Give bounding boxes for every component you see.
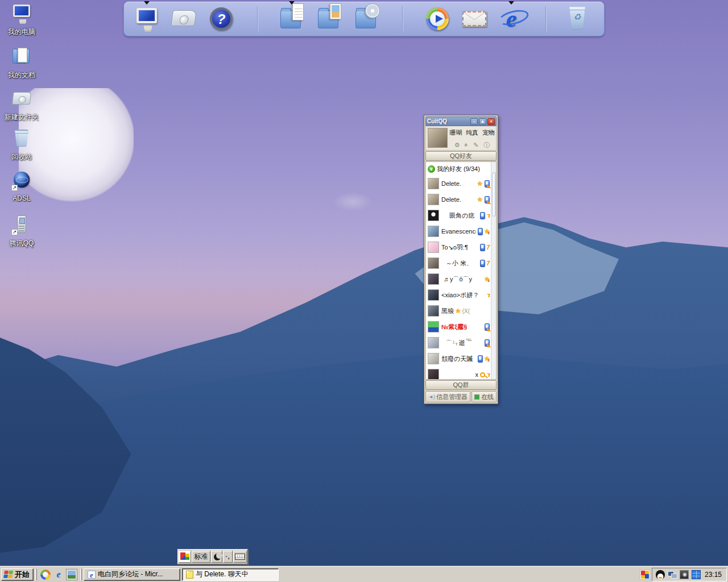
buddy-row[interactable]: №紫ξ霧§ bbox=[426, 319, 496, 335]
tab-qq-groups[interactable]: QQ群 bbox=[425, 380, 497, 390]
tray-app-icon[interactable] bbox=[640, 569, 650, 580]
tray-qq-penguin-icon[interactable] bbox=[656, 570, 665, 579]
upgrade-icon[interactable]: « bbox=[463, 143, 470, 147]
buddy-avatar bbox=[428, 305, 439, 317]
quicklaunch-show-desktop-icon[interactable] bbox=[67, 569, 77, 580]
soft-keyboard-icon[interactable] bbox=[233, 551, 247, 563]
toolbar-grip[interactable] bbox=[35, 569, 37, 580]
buddy-avatar bbox=[428, 337, 439, 348]
dock-item-my-computer[interactable] bbox=[133, 6, 161, 34]
desktop-icon-label: ADSL bbox=[1, 194, 42, 202]
my-documents-icon bbox=[11, 47, 32, 67]
buddy-group-header[interactable]: ∨ 我的好友 (9/34) bbox=[426, 162, 496, 176]
desktop-icon-tencent-qq[interactable]: ↗ 腾讯QQ bbox=[1, 215, 42, 248]
buddy-list: ∨ 我的好友 (9/34) Delete. ★ Delete. ★ 眼角の痣 ٦… bbox=[425, 161, 497, 380]
dock-item-media-device[interactable] bbox=[169, 6, 198, 34]
dock-item-recycle-bin[interactable] bbox=[563, 6, 592, 34]
pictures-folder-icon bbox=[316, 6, 342, 32]
qq-phone-icon: ↗ bbox=[11, 215, 32, 235]
menu-item-pure[interactable]: 纯真 bbox=[466, 128, 478, 137]
dock-separator bbox=[545, 6, 546, 32]
buddy-avatar bbox=[428, 289, 439, 301]
dock-item-mail[interactable] bbox=[460, 6, 489, 34]
dock-item-help[interactable]: ? bbox=[207, 6, 235, 34]
ime-mode-button[interactable]: 标准 bbox=[192, 551, 210, 563]
menu-item-coral[interactable]: 珊瑚 bbox=[449, 128, 462, 137]
tray-volume-icon[interactable] bbox=[680, 570, 689, 579]
qq-top-panel: 珊瑚 纯真 宠物 ⚙ « ✎ ⓘ bbox=[425, 126, 497, 151]
tab-qq-friends[interactable]: QQ好友 bbox=[425, 151, 497, 161]
buddy-row[interactable]: ～小 米、 7 bbox=[426, 255, 496, 271]
seven-badge-icon: 7 bbox=[486, 260, 490, 267]
settings-icon[interactable]: ⚙ bbox=[454, 142, 460, 148]
desktop-icon-label: 腾讯QQ bbox=[1, 239, 42, 248]
quicklaunch-media-player-icon[interactable] bbox=[40, 569, 51, 580]
buddy-row[interactable]: ♬y⌒ö⌒y ★ z bbox=[426, 271, 496, 287]
tray-firewall-icon[interactable] bbox=[692, 570, 701, 579]
message-manager-button[interactable]: ◄) 信息管理器 bbox=[425, 391, 470, 402]
buddy-row[interactable]: To↘o羽:¶ 7 bbox=[426, 239, 496, 255]
qq-chat-icon bbox=[186, 571, 193, 579]
mobile-3g-icon bbox=[485, 323, 490, 331]
taskbar-task-forum[interactable]: e 电白同乡论坛 - Micr... bbox=[84, 568, 180, 581]
buddy-row[interactable]: Delete. ★ bbox=[426, 192, 496, 207]
dock-item-pictures-folder[interactable] bbox=[315, 6, 344, 34]
buddy-row[interactable]: 眼角の痣 ٦ bbox=[426, 207, 496, 223]
star-badge-icon: ★ bbox=[477, 180, 483, 187]
desktop-icon-recycle-bin[interactable]: 回收站 bbox=[1, 128, 42, 162]
user-avatar[interactable] bbox=[428, 128, 448, 148]
scrollbar[interactable] bbox=[491, 162, 496, 379]
info-icon[interactable]: ⓘ bbox=[483, 142, 490, 148]
recycle-bin-icon bbox=[564, 6, 590, 32]
mobile-online-icon bbox=[478, 355, 483, 363]
group-expand-icon[interactable]: ∨ bbox=[428, 165, 435, 173]
internet-explorer-icon: e bbox=[498, 6, 524, 32]
dock-item-media-player[interactable] bbox=[423, 6, 452, 34]
mobile-online-icon bbox=[480, 212, 485, 219]
buddy-row[interactable]: Delete. ★ bbox=[426, 176, 496, 192]
desktop-icon-new-folder[interactable]: 新建文件夹 bbox=[1, 89, 42, 122]
desktop-icon-label: 新建文件夹 bbox=[1, 113, 42, 122]
toolbar-grip[interactable] bbox=[80, 569, 82, 580]
scrollbar-thumb[interactable] bbox=[492, 172, 496, 217]
mobile-online-icon bbox=[485, 180, 490, 188]
rollup-button[interactable]: ▲ bbox=[479, 118, 486, 125]
seven-badge-icon: 7 bbox=[486, 244, 490, 251]
minimize-button[interactable]: – bbox=[470, 118, 478, 125]
buddy-row[interactable]: 黑狼 ★ (X( bbox=[426, 303, 496, 319]
qq-menu: 珊瑚 纯真 宠物 bbox=[449, 128, 495, 137]
buddy-row[interactable]: ⌒ㄣ逝 TEL bbox=[426, 335, 496, 351]
online-status-button[interactable]: 在线 bbox=[471, 391, 497, 402]
dock-item-software-folder[interactable] bbox=[353, 6, 381, 34]
tray-network-icon[interactable] bbox=[668, 570, 677, 579]
adsl-globe-icon: ↗ bbox=[11, 171, 32, 191]
qq-title-bar[interactable]: CuitQQ – ▲ × bbox=[425, 117, 497, 126]
tray-clock[interactable]: 23:15 bbox=[704, 571, 722, 579]
buddy-row[interactable]: <xiao>ポ姘？ ٦ bbox=[426, 287, 496, 303]
mail-icon bbox=[461, 6, 487, 32]
quick-launch: e bbox=[39, 569, 78, 580]
buddy-row[interactable]: 頽廢の天贓 ★ z bbox=[426, 351, 496, 367]
tool-icon[interactable]: ✎ bbox=[473, 142, 478, 148]
qq-window-title: CuitQQ bbox=[427, 118, 469, 124]
dock-separator bbox=[402, 6, 403, 32]
desktop-icon-adsl[interactable]: ↗ ADSL bbox=[1, 171, 42, 202]
my-computer-icon bbox=[11, 3, 32, 24]
start-button[interactable]: 开始 bbox=[1, 568, 34, 581]
close-button[interactable]: × bbox=[487, 118, 495, 125]
dock-item-documents-folder[interactable] bbox=[278, 6, 306, 34]
menu-item-pet[interactable]: 宠物 bbox=[482, 128, 495, 137]
quicklaunch-ie-icon[interactable]: e bbox=[53, 569, 64, 580]
dock-item-internet-explorer[interactable]: e bbox=[497, 6, 526, 34]
documents-folder-icon bbox=[279, 6, 305, 32]
fullwidth-moon-icon[interactable] bbox=[211, 551, 222, 563]
qq-toolbar: ⚙ « ✎ ⓘ bbox=[449, 142, 495, 149]
buddy-row[interactable]: x ٦ bbox=[426, 367, 496, 380]
desktop-icon-my-computer[interactable]: 我的电脑 bbox=[1, 3, 42, 37]
buddy-row[interactable]: Evanescence ★ z bbox=[426, 223, 496, 239]
punctuation-toggle-icon[interactable]: ·, bbox=[223, 551, 233, 563]
qq-window: CuitQQ – ▲ × 珊瑚 纯真 宠物 ⚙ « ✎ ⓘ QQ好友 ∨ 我的好… bbox=[424, 115, 498, 404]
desktop-icon-my-documents[interactable]: 我的文档 bbox=[1, 47, 42, 80]
taskbar-task-qq-chat[interactable]: 与 Delete. 聊天中 bbox=[182, 568, 279, 581]
ime-logo-icon[interactable] bbox=[179, 551, 191, 563]
